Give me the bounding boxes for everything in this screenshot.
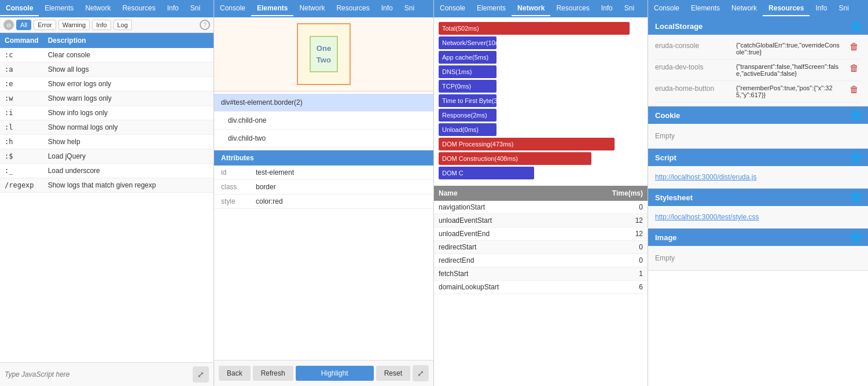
timing-value: 1 — [569, 267, 648, 281]
tab4-elements[interactable]: Elements — [685, 1, 726, 16]
resource-section: Image🌐Empty — [648, 229, 868, 271]
res-key: eruda-home-button — [655, 84, 730, 93]
chart-bar-row: TCP(0ms) — [439, 80, 643, 93]
timing-name: domainLookupStart — [434, 281, 569, 294]
back-button[interactable]: Back — [219, 366, 251, 381]
resource-link[interactable]: http://localhost:3000/test/style.css — [655, 209, 861, 225]
highlight-button[interactable]: Highlight — [296, 366, 374, 381]
tab4-resources[interactable]: Resources — [763, 1, 810, 16]
tab2-sni[interactable]: Sni — [399, 1, 420, 16]
cmd-cell: :_ — [0, 164, 43, 178]
filter-error-btn[interactable]: Error — [34, 20, 56, 30]
filter-all-btn[interactable]: All — [16, 20, 31, 30]
bar-label-text: DOM Construction(408ms) — [439, 155, 521, 162]
attr-key: id — [221, 168, 256, 177]
tab3-resources[interactable]: Resources — [550, 1, 595, 16]
chart-bar-row: DNS(1ms) — [439, 65, 643, 78]
cmd-cell: :$ — [0, 149, 43, 164]
tab2-console[interactable]: Console — [214, 1, 251, 16]
filter-log-btn[interactable]: Log — [113, 20, 132, 30]
tab3-elements[interactable]: Elements — [471, 1, 512, 16]
console-input-bar: ⤢ — [0, 362, 214, 386]
attr-key: style — [221, 197, 256, 205]
network-chart: Total(502ms)Network/Server(10ms)App cach… — [434, 17, 648, 186]
tab-network[interactable]: Network — [79, 1, 116, 16]
globe-icon[interactable]: 🌐 — [851, 21, 861, 31]
js-input[interactable] — [5, 370, 189, 378]
desc-column-header: Description — [43, 33, 214, 48]
tree-item[interactable]: div.child-two — [214, 130, 433, 148]
globe-icon[interactable]: 🌐 — [851, 111, 861, 120]
expand2-icon[interactable]: ⤢ — [413, 365, 429, 381]
timing-value: 12 — [569, 227, 648, 241]
chart-bar-row: DOM Processing(473ms) — [439, 138, 643, 150]
delete-icon[interactable]: 🗑 — [847, 63, 861, 73]
tab-console[interactable]: Console — [0, 1, 39, 16]
res-item: eruda-home-button{"rememberPos":true,"po… — [655, 81, 861, 102]
bar-label-text: Response(2ms) — [439, 112, 491, 119]
chart-bar: Response(2ms) — [439, 109, 496, 122]
tab3-console[interactable]: Console — [434, 1, 471, 16]
console-panel: Console Elements Network Resources Info … — [0, 0, 214, 386]
resource-section: Cookie🌐Empty — [648, 106, 868, 149]
desc-cell: Show info logs only — [43, 106, 214, 120]
bar-label-text: Network/Server(10ms) — [439, 39, 509, 46]
resource-section-header: Image🌐 — [648, 229, 868, 246]
tree-item[interactable]: div#test-element.border(2) — [214, 94, 433, 112]
table-row: :$Load jQuery — [0, 149, 214, 164]
table-row: /regexpShow logs that match given regexp — [0, 178, 214, 193]
tab4-sni[interactable]: Sni — [833, 1, 854, 16]
chart-bar-row: DOM C — [439, 167, 643, 179]
cmd-cell: :c — [0, 48, 43, 63]
block-icon[interactable]: ⊘ — [3, 20, 14, 30]
desc-cell: Show logs that match given regexp — [43, 178, 214, 193]
attributes-section: Attributes idtest-elementclassborderstyl… — [214, 150, 433, 209]
refresh-button[interactable]: Refresh — [253, 366, 293, 381]
chart-bar: Time to First Byte(3ms) — [439, 94, 496, 107]
tab2-network[interactable]: Network — [293, 1, 330, 16]
tree-item[interactable]: div.child-one — [214, 112, 433, 130]
tab4-console[interactable]: Console — [648, 1, 685, 16]
globe-icon[interactable]: 🌐 — [851, 153, 861, 162]
cmd-cell: /regexp — [0, 178, 43, 193]
bar-label-text: DOM C — [439, 170, 467, 177]
resource-link[interactable]: http://localhost:3000/dist/eruda.js — [655, 170, 861, 185]
table-row: :aShow all logs — [0, 63, 214, 77]
chart-bar-row: Network/Server(10ms) — [439, 36, 643, 49]
table-row: :lShow normal logs only — [0, 120, 214, 135]
tab2-resources[interactable]: Resources — [330, 1, 375, 16]
table-row: :wShow warn logs only — [0, 91, 214, 106]
resource-section-header: LocalStorage🌐 — [648, 17, 868, 35]
globe-icon[interactable]: 🌐 — [851, 193, 861, 202]
elements-bottom-bar: Back Refresh Highlight Reset ⤢ — [214, 360, 433, 386]
tab-sni[interactable]: Sni — [185, 1, 206, 16]
help-icon[interactable]: ? — [200, 20, 210, 30]
cmd-cell: :e — [0, 77, 43, 91]
section-title: Cookie — [655, 111, 680, 120]
chart-bar: App cache(5ms) — [439, 51, 496, 64]
tab2-info[interactable]: Info — [376, 1, 399, 16]
expand-icon[interactable]: ⤢ — [193, 366, 209, 383]
empty-label: Empty — [655, 127, 861, 145]
tab3-info[interactable]: Info — [595, 1, 619, 16]
delete-icon[interactable]: 🗑 — [847, 84, 861, 95]
attr-value: test-element — [256, 168, 294, 177]
tab-resources[interactable]: Resources — [116, 1, 161, 16]
tab2-elements[interactable]: Elements — [251, 1, 293, 16]
filter-warning-btn[interactable]: Warning — [58, 20, 90, 30]
chart-bar-row: Unload(0ms) — [439, 123, 643, 136]
delete-icon[interactable]: 🗑 — [847, 42, 861, 52]
tab3-sni[interactable]: Sni — [619, 1, 640, 16]
tab4-info[interactable]: Info — [810, 1, 833, 16]
bar-label-text: DOM Processing(473ms) — [439, 141, 517, 148]
attr-row: stylecolor:red — [214, 194, 433, 209]
tab-info[interactable]: Info — [161, 1, 185, 16]
tab3-network[interactable]: Network — [512, 1, 550, 16]
tab-elements[interactable]: Elements — [39, 1, 79, 16]
globe-icon[interactable]: 🌐 — [851, 233, 861, 242]
elements-tab-bar: Console Elements Network Resources Info … — [214, 0, 433, 17]
tab4-network[interactable]: Network — [726, 1, 763, 16]
filter-info-btn[interactable]: Info — [92, 20, 111, 30]
reset-button[interactable]: Reset — [376, 366, 410, 381]
table-row: fetchStart1 — [434, 267, 648, 281]
